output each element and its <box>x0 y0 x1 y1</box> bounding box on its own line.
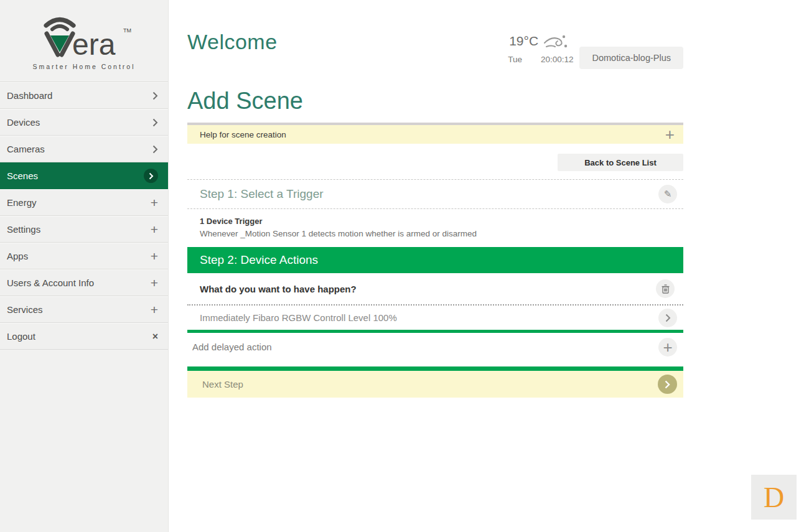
plus-icon: + <box>151 196 158 209</box>
page-header: Welcome 19°C <box>187 30 683 64</box>
chevron-right-icon <box>665 380 670 389</box>
d-overlay-badge[interactable]: D <box>751 475 797 520</box>
vera-logo: era TM Smarter Home Control <box>0 0 168 82</box>
sidebar-item-cameras[interactable]: Cameras <box>0 136 168 162</box>
edit-trigger-button[interactable]: ✎ <box>658 185 677 203</box>
controller-selector-button[interactable]: Domotica-blog-Plus <box>579 47 683 69</box>
chevron-right-icon <box>665 314 671 322</box>
expand-help-plus-icon[interactable]: + <box>665 126 675 142</box>
add-delayed-action-button[interactable]: + <box>658 338 677 357</box>
sidebar-item-settings[interactable]: Settings + <box>0 216 168 243</box>
plus-icon: + <box>151 223 158 236</box>
add-delayed-action-label: Add delayed action <box>192 342 272 352</box>
sidebar-item-services[interactable]: Services + <box>0 296 168 323</box>
brand-tagline: Smarter Home Control <box>32 63 135 70</box>
step1-header: Step 1: Select a Trigger ✎ <box>187 179 683 209</box>
svg-text:era: era <box>72 28 116 61</box>
sidebar: era TM Smarter Home Control Dashboard De… <box>0 0 169 532</box>
close-icon: × <box>152 332 158 342</box>
step1-title: Step 1: Select a Trigger <box>200 187 324 201</box>
sidebar-item-dashboard[interactable]: Dashboard <box>0 82 168 109</box>
pencil-icon: ✎ <box>664 189 672 200</box>
main-content: Welcome 19°C <box>169 0 809 532</box>
clock-time: 20:00:12 <box>541 55 574 64</box>
delete-action-button[interactable] <box>656 279 675 298</box>
nextstep-accent-bar <box>187 366 683 371</box>
add-delayed-action-row[interactable]: Add delayed action + <box>187 333 683 361</box>
weather-panel: 19°C Tue 20:00:12 <box>508 32 683 64</box>
sidebar-item-scenes[interactable]: Scenes <box>0 162 168 189</box>
action-question-row: What do you want to have happen? <box>187 273 683 304</box>
page-title: Add Scene <box>187 88 683 114</box>
action-question: What do you want to have happen? <box>200 284 357 294</box>
sidebar-menu: Dashboard Devices Cameras Scenes Energy <box>0 82 168 350</box>
chevron-right-icon <box>152 145 158 154</box>
sidebar-item-logout[interactable]: Logout × <box>0 323 168 350</box>
vera-logo-icon: era TM <box>35 16 133 62</box>
trigger-description: Whenever _Motion Sensor 1 detects motion… <box>200 229 683 238</box>
temperature-value: 19°C <box>509 34 538 49</box>
immediate-action-label: Immediately Fibaro RGBW Controll Level 1… <box>200 312 397 323</box>
back-to-scene-list-button[interactable]: Back to Scene List <box>558 154 683 171</box>
trigger-summary: 1 Device Trigger Whenever _Motion Sensor… <box>187 209 683 247</box>
welcome-title: Welcome <box>187 30 278 54</box>
sidebar-item-apps[interactable]: Apps + <box>0 243 168 269</box>
next-step-label: Next Step <box>202 379 243 390</box>
open-action-button[interactable] <box>658 309 677 327</box>
d-badge-letter: D <box>764 481 784 514</box>
help-bar-label: Help for scene creation <box>200 130 286 139</box>
trash-icon <box>662 284 670 294</box>
wind-icon <box>543 32 568 50</box>
sidebar-item-energy[interactable]: Energy + <box>0 189 168 216</box>
plus-icon: + <box>151 250 158 263</box>
step2-title: Step 2: Device Actions <box>200 253 318 267</box>
immediate-action-row[interactable]: Immediately Fibaro RGBW Controll Level 1… <box>187 306 683 333</box>
chevron-right-icon <box>152 91 158 100</box>
svg-text:TM: TM <box>123 27 131 34</box>
plus-icon: + <box>151 276 158 289</box>
next-step-arrow-button[interactable] <box>658 375 677 394</box>
chevron-right-icon <box>152 118 158 127</box>
help-for-scene-creation-bar[interactable]: Help for scene creation + <box>187 123 683 144</box>
sidebar-item-devices[interactable]: Devices <box>0 109 168 136</box>
weekday-label: Tue <box>508 55 522 64</box>
sidebar-item-users-account-info[interactable]: Users & Account Info + <box>0 269 168 296</box>
chevron-right-circle-icon <box>144 169 158 183</box>
plus-icon: + <box>663 339 672 355</box>
plus-icon: + <box>151 303 158 316</box>
step2-header: Step 2: Device Actions <box>187 247 683 273</box>
next-step-button[interactable]: Next Step <box>187 371 683 398</box>
trigger-count-label: 1 Device Trigger <box>200 217 683 226</box>
